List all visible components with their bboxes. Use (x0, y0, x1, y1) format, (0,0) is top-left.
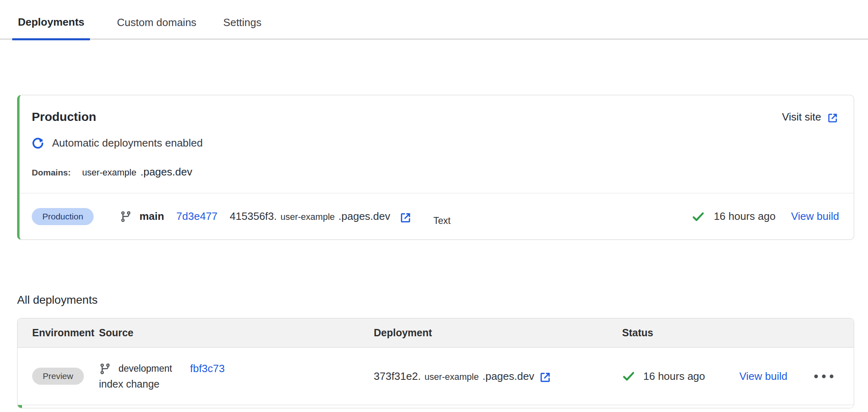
deployment-url: 373f31e2. user-example .pages.dev (374, 370, 534, 383)
deployments-page: Deployments Custom domains Settings Prod… (0, 0, 868, 412)
deployment-url-domain: user-example (281, 212, 335, 222)
production-card: Production Visit site (17, 95, 854, 240)
production-card-header: Production Visit site (32, 110, 838, 124)
production-status-group: 16 hours ago View build (692, 210, 839, 223)
production-deployment-row: Production main 7d3e477 415356f3. user-e… (20, 193, 854, 239)
tab-custom-domains[interactable]: Custom domains (117, 16, 196, 39)
deployment-url-prefix: 415356f3. (230, 210, 277, 223)
environment-badge-production: Production (32, 208, 94, 225)
text-annotation: Text (434, 215, 451, 226)
git-branch-icon (120, 210, 132, 223)
production-domain: user-example .pages.dev (82, 166, 193, 178)
branch-name: development (118, 363, 172, 374)
visit-site-link[interactable]: Visit site (782, 111, 838, 123)
branch-name: main (139, 210, 164, 223)
external-link-icon (827, 112, 838, 124)
tab-settings[interactable]: Settings (223, 16, 261, 39)
next-row-stub (18, 405, 854, 408)
column-header-deployment: Deployment (374, 327, 622, 339)
next-row-success-bar (18, 405, 22, 408)
view-build-link[interactable]: View build (739, 370, 787, 383)
domains-label: Domains: (32, 168, 71, 178)
visit-site-label: Visit site (782, 111, 821, 123)
git-branch-icon (99, 363, 111, 375)
deployment-time: 16 hours ago (714, 210, 776, 223)
production-title: Production (32, 110, 96, 124)
deployment-url-domain: user-example (425, 372, 479, 382)
domains-row: Domains: user-example .pages.dev (32, 166, 838, 178)
tab-bar: Deployments Custom domains Settings (0, 0, 868, 39)
deployment-url-suffix: .pages.dev (338, 210, 390, 223)
table-header: Environment Source Deployment Status (18, 318, 854, 348)
automatic-deployments-row: Automatic deployments enabled (32, 137, 838, 149)
external-link-icon[interactable] (539, 371, 551, 384)
all-deployments-title: All deployments (17, 294, 868, 307)
deployment-url-prefix: 373f31e2. (374, 370, 421, 383)
domain-suffix: .pages.dev (140, 166, 192, 178)
deployment-url: 415356f3. user-example .pages.dev (230, 210, 390, 223)
environment-badge-preview: Preview (32, 368, 84, 385)
environment-cell: Preview (18, 368, 99, 385)
tab-deployments[interactable]: Deployments (12, 16, 90, 40)
source-cell: development fbf3c73 index change (99, 362, 374, 390)
commit-link[interactable]: fbf3c73 (190, 362, 225, 375)
column-header-source: Source (99, 327, 374, 339)
branch-group: main (120, 210, 164, 223)
ellipsis-icon[interactable] (813, 370, 835, 382)
table-row: Preview development fbf3c73 index change… (18, 348, 854, 405)
column-header-status: Status (622, 327, 854, 339)
deployment-url-suffix: .pages.dev (482, 370, 534, 383)
source-branch-line: development fbf3c73 (99, 362, 374, 375)
domain-name: user-example (82, 167, 136, 178)
deployment-cell: 373f31e2. user-example .pages.dev (374, 370, 622, 383)
production-card-top: Production Visit site (20, 95, 854, 178)
column-header-environment: Environment (18, 327, 99, 339)
all-deployments-table: Environment Source Deployment Status Pre… (17, 318, 854, 408)
refresh-icon (32, 137, 44, 149)
commit-link[interactable]: 7d3e477 (176, 210, 217, 223)
status-cell: 16 hours ago View build (622, 370, 854, 383)
check-icon (692, 210, 705, 223)
view-build-link[interactable]: View build (791, 210, 839, 223)
commit-message: index change (99, 378, 374, 390)
deployment-time: 16 hours ago (643, 370, 705, 383)
external-link-icon[interactable] (399, 212, 412, 224)
automatic-deployments-text: Automatic deployments enabled (52, 137, 203, 149)
check-icon (622, 370, 635, 383)
